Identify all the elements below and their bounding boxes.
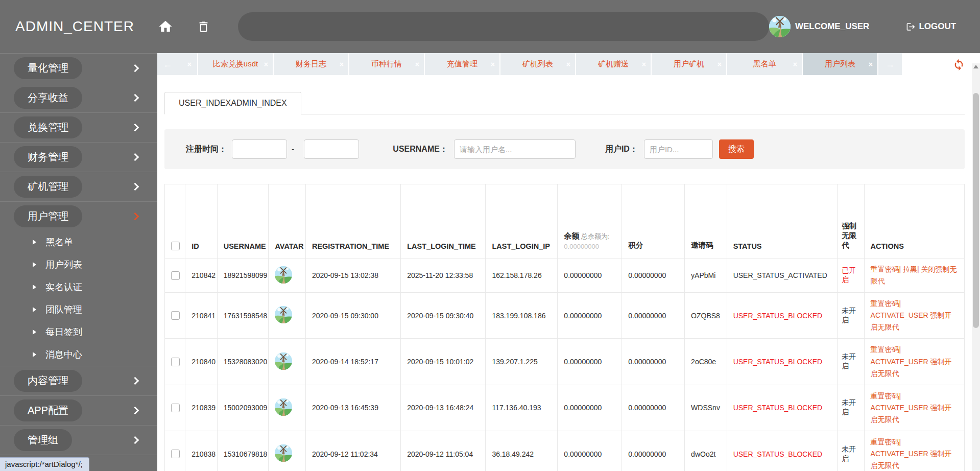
search-button[interactable]: 搜索 xyxy=(719,139,754,159)
col-header-username: USERNAME xyxy=(217,184,269,258)
cell-points: 0.00000000 xyxy=(622,431,685,471)
sidebar-subitem-实名认证[interactable]: 实名认证 xyxy=(0,276,157,298)
row-checkbox[interactable] xyxy=(171,271,180,280)
user-box: WELCOME_USER LOGOUT xyxy=(769,16,956,37)
triangle-right-icon xyxy=(33,262,36,267)
home-icon[interactable] xyxy=(158,19,173,34)
cell-last_login_time: 2020-09-15 10:01:02 xyxy=(401,339,486,385)
cell-last_login_ip: 36.18.49.242 xyxy=(486,431,558,471)
tab-scroll-right[interactable]: → xyxy=(878,53,902,75)
sidebar-item-APP配置[interactable]: APP配置 xyxy=(0,396,157,425)
row-checkbox[interactable] xyxy=(171,358,180,366)
sidebar-item-量化管理[interactable]: 量化管理 xyxy=(0,54,157,83)
cell-invite_code: yAPbMi xyxy=(685,258,727,293)
sidebar-item-财务管理[interactable]: 财务管理 xyxy=(0,143,157,172)
top-search-bar[interactable] xyxy=(238,12,769,41)
chevron-right-icon xyxy=(131,407,139,415)
userid-input[interactable] xyxy=(644,139,713,159)
sidebar-subitem-团队管理[interactable]: 团队管理 xyxy=(0,298,157,321)
chevron-right-icon xyxy=(131,436,139,444)
tab-close-icon[interactable]: × xyxy=(793,61,797,68)
vertical-scrollbar[interactable] xyxy=(972,63,980,471)
trash-icon[interactable] xyxy=(197,20,210,34)
logout-button[interactable]: LOGOUT xyxy=(906,21,956,32)
close-icon[interactable]: × xyxy=(187,61,192,68)
tab-黑名单[interactable]: 黑名单× xyxy=(727,53,802,75)
cell-points: 0.00000000 xyxy=(622,339,685,385)
tab-财务日志[interactable]: 财务日志× xyxy=(274,53,348,75)
action-link[interactable]: 拉黑 xyxy=(903,265,917,273)
select-all-checkbox[interactable] xyxy=(171,242,180,250)
action-link[interactable]: 重置密码 xyxy=(871,299,899,308)
action-link[interactable]: 重置密码 xyxy=(871,438,899,446)
sidebar-item-label: 用户管理 xyxy=(14,205,82,227)
action-link[interactable]: ACTIVATE_USER 强制开启无限代 xyxy=(871,404,952,423)
tab-scroll-left[interactable]: ← × xyxy=(157,53,197,75)
balance-header-total: 0.00000000 xyxy=(564,243,615,250)
tab-矿机列表[interactable]: 矿机列表× xyxy=(500,53,575,75)
username-input[interactable] xyxy=(454,139,576,159)
action-link[interactable]: ACTIVATE_USER 强制开启无限代 xyxy=(871,450,952,469)
chevron-right-icon xyxy=(131,64,139,73)
action-link[interactable]: ACTIVATE_USER 强制开启无限代 xyxy=(871,358,952,378)
sidebar-item-内容管理[interactable]: 内容管理 xyxy=(0,366,157,395)
arrow-left-icon[interactable]: ← xyxy=(163,60,172,69)
action-link[interactable]: ACTIVATE_USER 强制开启无限代 xyxy=(871,311,952,331)
tab-close-icon[interactable]: × xyxy=(642,61,646,68)
tab-close-icon[interactable]: × xyxy=(491,61,495,68)
page-tabs: USER_INDEXADMIN_INDEX xyxy=(164,92,965,114)
cell-points: 0.00000000 xyxy=(622,258,685,293)
sidebar-subitem-消息中心[interactable]: 消息中心 xyxy=(0,343,157,366)
row-actions: 重置密码| ACTIVATE_USER 强制开启无限代 xyxy=(871,392,952,423)
page-tab-user-index[interactable]: USER_INDEXADMIN_INDEX xyxy=(164,92,301,114)
row-avatar xyxy=(275,266,292,284)
tab-用户矿机[interactable]: 用户矿机× xyxy=(652,53,726,75)
date-from-input[interactable] xyxy=(232,139,287,159)
scrollbar-thumb[interactable] xyxy=(973,93,979,328)
triangle-right-icon xyxy=(33,240,36,245)
sidebar-subitem-黑名单[interactable]: 黑名单 xyxy=(0,231,157,253)
sidebar-item-兑换管理[interactable]: 兑换管理 xyxy=(0,113,157,142)
cell-status: USER_STATUS_BLOCKED xyxy=(727,431,838,471)
tab-充值管理[interactable]: 充值管理× xyxy=(425,53,499,75)
action-link[interactable]: 重置密码 xyxy=(871,392,899,400)
tab-矿机赠送[interactable]: 矿机赠送× xyxy=(576,53,651,75)
sidebar-subitem-label: 每日签到 xyxy=(45,326,82,338)
sidebar-subitem-label: 实名认证 xyxy=(45,281,82,293)
tab-close-icon[interactable]: × xyxy=(340,61,344,68)
row-checkbox[interactable] xyxy=(171,450,180,458)
row-checkbox[interactable] xyxy=(171,311,180,320)
row-checkbox[interactable] xyxy=(171,404,180,412)
col-header-sel xyxy=(165,184,185,258)
cell-username: 17631598548 xyxy=(217,293,269,339)
tab-label: 矿机赠送 xyxy=(598,59,629,69)
table-header-row: IDUSERNAMEAVATARREGISTRATION_TIMELAST_LO… xyxy=(165,184,965,258)
tab-label: 黑名单 xyxy=(753,59,776,69)
action-link[interactable]: 重置密码 xyxy=(871,265,899,273)
tab-用户列表[interactable]: 用户列表× xyxy=(803,53,877,75)
tab-close-icon[interactable]: × xyxy=(415,61,419,68)
sidebar-block: 兑换管理 xyxy=(0,113,157,143)
col-header-invite_code: 邀请码 xyxy=(685,184,727,258)
cell-sel xyxy=(165,293,185,339)
sidebar-item-矿机管理[interactable]: 矿机管理 xyxy=(0,172,157,201)
tab-币种行情[interactable]: 币种行情× xyxy=(349,53,424,75)
row-actions: 重置密码| ACTIVATE_USER 强制开启无限代 xyxy=(871,438,952,469)
tab-label: 用户矿机 xyxy=(674,59,704,69)
sidebar-subitem-用户列表[interactable]: 用户列表 xyxy=(0,253,157,276)
tab-label: 比索兑换usdt xyxy=(213,59,258,69)
tab-close-icon[interactable]: × xyxy=(264,61,268,68)
date-to-input[interactable] xyxy=(304,139,359,159)
balance-header-title: 余额 xyxy=(564,231,579,240)
tab-close-icon[interactable]: × xyxy=(566,61,570,68)
action-link[interactable]: 重置密码 xyxy=(871,345,899,354)
sidebar-item-用户管理[interactable]: 用户管理 xyxy=(0,202,157,231)
scroll-up-icon[interactable] xyxy=(973,65,978,68)
sidebar-item-分享收益[interactable]: 分享收益 xyxy=(0,83,157,112)
tab-close-icon[interactable]: × xyxy=(869,61,873,68)
sidebar-item-管理组[interactable]: 管理组 xyxy=(0,426,157,455)
cell-force_unlimited: 未开启 xyxy=(838,385,864,431)
sidebar-subitem-每日签到[interactable]: 每日签到 xyxy=(0,321,157,343)
tab-比索兑换usdt[interactable]: 比索兑换usdt× xyxy=(198,53,273,75)
tab-close-icon[interactable]: × xyxy=(718,61,722,68)
